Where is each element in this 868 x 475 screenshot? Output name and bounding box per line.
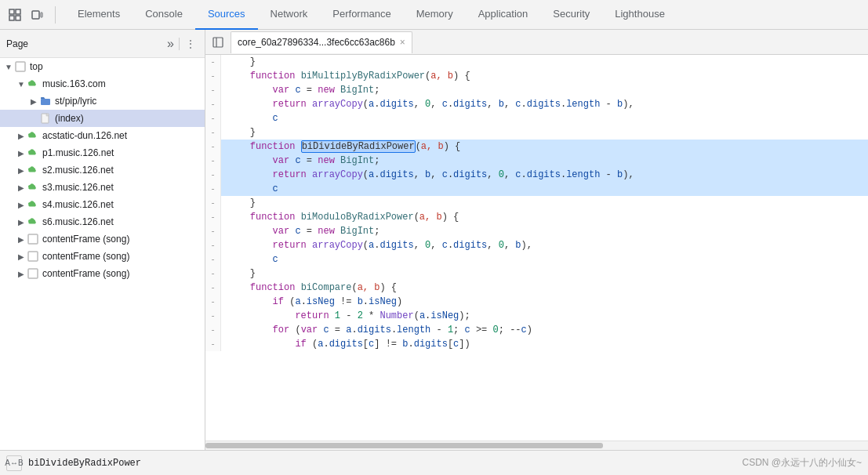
- code-panel: core_60a27896334...3fec6cc63ac86b × - }-…: [205, 30, 868, 450]
- svg-rect-0: [9, 9, 14, 14]
- sidebar-page-label: Page: [6, 38, 165, 49]
- code-line: - function biCompare(a, b) {: [205, 281, 868, 295]
- sidebar-tree-item[interactable]: ▶acstatic-dun.126.net: [0, 127, 205, 144]
- inspect-icon[interactable]: [6, 6, 24, 24]
- sidebar-tree-item[interactable]: (index): [0, 110, 205, 127]
- toggle-sidebar-btn[interactable]: [209, 33, 227, 52]
- line-content: var c = new BigInt;: [221, 224, 868, 238]
- code-line: - var c = new BigInt;: [205, 83, 868, 97]
- svg-rect-2: [9, 16, 14, 20]
- code-file-tab[interactable]: core_60a27896334...3fec6cc63ac86b ×: [231, 31, 412, 53]
- code-tab-close-btn[interactable]: ×: [400, 37, 405, 48]
- line-gutter: -: [205, 83, 221, 97]
- sidebar-tree-item[interactable]: ▶st/pip/lyric: [0, 92, 205, 110]
- tree-arrow-icon: ▼: [16, 80, 27, 89]
- line-content: return 1 - 2 * Number(a.isNeg);: [221, 309, 868, 323]
- sidebar-menu-icon[interactable]: ⋮: [183, 36, 198, 52]
- tree-arrow-icon: ▶: [16, 252, 27, 261]
- svg-rect-3: [16, 16, 20, 20]
- code-line: - return arrayCopy(a.digits, 0, c.digits…: [205, 238, 868, 252]
- tree-item-icon: [27, 234, 39, 245]
- tab-lighthouse[interactable]: Lighthouse: [602, 0, 677, 30]
- sidebar-tree-item[interactable]: ▶contentFrame (song): [0, 265, 205, 282]
- line-gutter: -: [205, 168, 221, 182]
- tab-elements[interactable]: Elements: [65, 0, 133, 30]
- scrollbar-track: [205, 443, 868, 448]
- sidebar-tree-item[interactable]: ▶p1.music.126.net: [0, 144, 205, 161]
- sidebar-tree-item[interactable]: ▶s6.music.126.net: [0, 213, 205, 230]
- line-gutter: -: [205, 55, 221, 69]
- line-content: var c = new BigInt;: [221, 83, 868, 97]
- sidebar-tree-item[interactable]: ▶contentFrame (song): [0, 230, 205, 248]
- tree-item-label: s6.music.126.net: [42, 216, 114, 227]
- tree-item-icon: [27, 78, 39, 89]
- tab-sources[interactable]: Sources: [195, 0, 258, 30]
- tree-item-icon: [27, 182, 39, 193]
- scrollbar-thumb[interactable]: [205, 443, 603, 448]
- svg-rect-10: [28, 252, 38, 261]
- sidebar-divider: [179, 38, 180, 50]
- tab-memory[interactable]: Memory: [404, 0, 466, 30]
- sidebar-tree-item[interactable]: ▼top: [0, 58, 205, 75]
- svg-rect-1: [16, 9, 20, 14]
- line-content: }: [221, 267, 868, 281]
- code-editor[interactable]: - }- function biMultiplyByRadixPower(a, …: [205, 55, 868, 441]
- sources-sidebar: Page » ⋮ ▼top▼music.163.com▶st/pip/lyric…: [0, 30, 205, 450]
- tab-security[interactable]: Security: [540, 0, 602, 30]
- svg-rect-6: [16, 62, 25, 71]
- tree-arrow-icon: ▶: [16, 218, 27, 227]
- search-result-text: biDivideByRadixPower: [28, 458, 735, 469]
- horizontal-scrollbar[interactable]: [205, 441, 868, 450]
- svg-rect-11: [28, 269, 38, 278]
- tree-arrow-icon: ▶: [16, 201, 27, 209]
- device-icon[interactable]: [28, 6, 45, 24]
- tab-performance[interactable]: Performance: [320, 0, 403, 30]
- line-content: c: [221, 182, 868, 196]
- tab-application[interactable]: Application: [466, 0, 541, 30]
- code-line: - if (a.isNeg != b.isNeg): [205, 295, 868, 309]
- tree-arrow-icon: ▶: [16, 270, 27, 278]
- tree-item-icon: [27, 130, 39, 141]
- tree-item-label: st/pip/lyric: [55, 96, 96, 107]
- sidebar-expand-icon[interactable]: »: [167, 37, 174, 51]
- line-content: function biDivideByRadixPower(a, b) {: [221, 140, 868, 154]
- tree-item-icon: [14, 61, 27, 72]
- code-line: - function biModuloByRadixPower(a, b) {: [205, 210, 868, 224]
- line-content: }: [221, 55, 868, 69]
- sidebar-tree-item[interactable]: ▼music.163.com: [0, 75, 205, 92]
- tree-item-icon: [27, 147, 39, 158]
- tree-arrow-icon: ▶: [16, 183, 27, 192]
- line-content: }: [221, 196, 868, 210]
- tab-network[interactable]: Network: [258, 0, 321, 30]
- tree-arrow-icon: ▶: [28, 97, 39, 106]
- code-tabs-bar: core_60a27896334...3fec6cc63ac86b ×: [205, 30, 868, 55]
- line-content: c: [221, 111, 868, 125]
- line-content: var c = new BigInt;: [221, 154, 868, 168]
- line-gutter: -: [205, 97, 221, 111]
- line-gutter: -: [205, 267, 221, 281]
- tree-item-label: contentFrame (song): [42, 251, 129, 262]
- code-line: - for (var c = a.digits.length - 1; c >=…: [205, 323, 868, 337]
- sidebar-tree-item[interactable]: ▶s4.music.126.net: [0, 196, 205, 213]
- line-gutter: -: [205, 224, 221, 238]
- line-gutter: -: [205, 337, 221, 351]
- tree-item-icon: [39, 96, 52, 107]
- code-line: - var c = new BigInt;: [205, 154, 868, 168]
- line-content: function biModuloByRadixPower(a, b) {: [221, 210, 868, 224]
- line-gutter: -: [205, 140, 221, 154]
- tree-item-label: p1.music.126.net: [42, 147, 114, 158]
- tree-item-label: acstatic-dun.126.net: [42, 130, 127, 141]
- svg-rect-12: [213, 38, 223, 47]
- line-gutter: -: [205, 295, 221, 309]
- sidebar-tree-item[interactable]: ▶s3.music.126.net: [0, 179, 205, 196]
- sidebar-tree-item[interactable]: ▶s2.music.126.net: [0, 161, 205, 179]
- line-content: return arrayCopy(a.digits, 0, c.digits, …: [221, 238, 868, 252]
- tree-item-label: contentFrame (song): [42, 234, 129, 245]
- sidebar-tree-item[interactable]: ▶contentFrame (song): [0, 248, 205, 265]
- line-content: if (a.digits[c] != b.digits[c]): [221, 337, 868, 351]
- bottom-bar: A↔B biDivideByRadixPower CSDN @永远十八的小仙女~: [0, 450, 868, 475]
- code-line: - c: [205, 111, 868, 125]
- tree-item-label: s2.music.126.net: [42, 165, 114, 176]
- tab-console[interactable]: Console: [133, 0, 195, 30]
- find-replace-icon[interactable]: A↔B: [6, 455, 22, 471]
